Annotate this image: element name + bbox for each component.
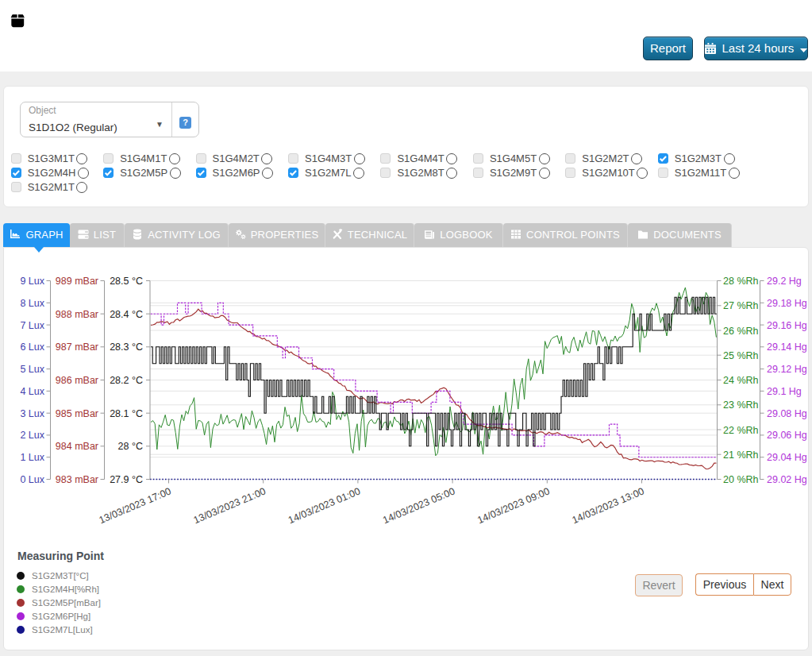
svg-text:26 %Rh: 26 %Rh — [723, 326, 759, 337]
svg-text:21 %Rh: 21 %Rh — [723, 450, 759, 461]
svg-text:29.1 Hg: 29.1 Hg — [767, 386, 802, 397]
svg-text:28.4 °C: 28.4 °C — [110, 309, 143, 320]
svg-text:984 mBar: 984 mBar — [56, 441, 98, 452]
svg-text:987 mBar: 987 mBar — [56, 342, 98, 353]
svg-text:29.02 Hg: 29.02 Hg — [767, 474, 807, 485]
svg-text:988 mBar: 988 mBar — [56, 309, 98, 320]
svg-text:14/03/2023 05:00: 14/03/2023 05:00 — [381, 485, 456, 526]
svg-text:14/03/2023 13:00: 14/03/2023 13:00 — [571, 485, 646, 526]
svg-text:24 %Rh: 24 %Rh — [723, 375, 759, 386]
svg-text:28 %Rh: 28 %Rh — [723, 276, 759, 287]
svg-text:4 Lux: 4 Lux — [20, 386, 44, 397]
svg-text:29.14 Hg: 29.14 Hg — [767, 342, 807, 353]
svg-text:7 Lux: 7 Lux — [20, 320, 44, 331]
svg-text:29.16 Hg: 29.16 Hg — [767, 320, 807, 331]
svg-text:6 Lux: 6 Lux — [20, 342, 44, 353]
svg-text:23 %Rh: 23 %Rh — [723, 399, 759, 411]
svg-text:9 Lux: 9 Lux — [20, 276, 44, 287]
svg-text:28.2 °C: 28.2 °C — [110, 375, 143, 386]
svg-text:29.06 Hg: 29.06 Hg — [767, 430, 807, 441]
svg-text:29.2 Hg: 29.2 Hg — [767, 276, 802, 287]
svg-text:25 %Rh: 25 %Rh — [723, 350, 759, 361]
svg-text:14/03/2023 01:00: 14/03/2023 01:00 — [287, 485, 362, 526]
svg-text:989 mBar: 989 mBar — [56, 276, 98, 287]
svg-text:0 Lux: 0 Lux — [20, 474, 44, 485]
svg-text:14/03/2023 09:00: 14/03/2023 09:00 — [475, 485, 551, 526]
svg-text:1 Lux: 1 Lux — [20, 452, 44, 463]
svg-text:3 Lux: 3 Lux — [20, 408, 44, 419]
svg-text:13/03/2023 21:00: 13/03/2023 21:00 — [192, 485, 267, 526]
svg-text:22 %Rh: 22 %Rh — [723, 425, 759, 436]
svg-text:13/03/2023 17:00: 13/03/2023 17:00 — [98, 485, 173, 526]
svg-text:2 Lux: 2 Lux — [20, 430, 44, 441]
svg-text:29.18 Hg: 29.18 Hg — [767, 298, 807, 309]
svg-text:29.08 Hg: 29.08 Hg — [767, 408, 807, 419]
svg-text:27 %Rh: 27 %Rh — [723, 300, 759, 311]
svg-text:28 °C: 28 °C — [118, 441, 143, 452]
svg-text:28.3 °C: 28.3 °C — [110, 342, 143, 353]
svg-text:27.9 °C: 27.9 °C — [110, 474, 143, 485]
svg-text:5 Lux: 5 Lux — [20, 364, 44, 375]
svg-text:29.12 Hg: 29.12 Hg — [767, 364, 807, 375]
svg-text:20 %Rh: 20 %Rh — [723, 474, 759, 485]
svg-text:983 mBar: 983 mBar — [56, 474, 98, 485]
svg-text:8 Lux: 8 Lux — [20, 298, 44, 309]
svg-text:986 mBar: 986 mBar — [56, 375, 98, 386]
svg-text:985 mBar: 985 mBar — [56, 408, 98, 419]
svg-text:29.04 Hg: 29.04 Hg — [767, 452, 807, 463]
svg-text:28.1 °C: 28.1 °C — [110, 408, 143, 419]
svg-text:28.5 °C: 28.5 °C — [110, 276, 143, 287]
